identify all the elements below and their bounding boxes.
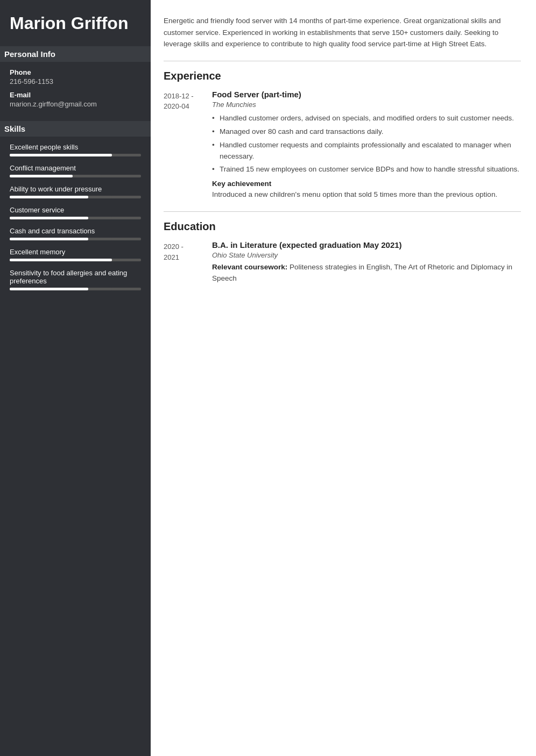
- skill-name: Excellent memory: [10, 248, 141, 256]
- education-divider: [164, 211, 521, 212]
- personal-info-section: Personal Info Phone 216-596-1153 E-mail …: [10, 46, 141, 108]
- skill-bar-accent: [88, 196, 112, 198]
- skill-name: Cash and card transactions: [10, 227, 141, 235]
- candidate-name: Marion Griffon: [10, 13, 141, 33]
- edu-institution: Ohio State University: [212, 251, 521, 259]
- skill-bar-accent: [88, 288, 112, 290]
- skill-name: Customer service: [10, 206, 141, 214]
- skills-header: Skills: [0, 121, 151, 137]
- skill-bar-bg: [10, 238, 141, 240]
- bullet-item: Trained 15 new employees on customer ser…: [212, 164, 521, 175]
- skill-bar-bg: [10, 196, 141, 198]
- entry-title: Food Server (part-time): [212, 90, 521, 99]
- skill-name: Ability to work under pressure: [10, 185, 141, 193]
- education-header: Education: [164, 220, 521, 233]
- summary-text: Energetic and friendly food server with …: [164, 15, 521, 50]
- entry-dates: 2018-12 - 2020-04: [164, 90, 212, 201]
- skill-name: Conflict management: [10, 164, 141, 172]
- edu-body: B.A. in Literature (expected graduation …: [212, 240, 521, 284]
- bullet-item: Managed over 80 cash and card transactio…: [212, 126, 521, 138]
- skill-item: Excellent people skills: [10, 143, 141, 156]
- bullet-item: Handled customer orders, advised on spec…: [212, 113, 521, 124]
- skill-item: Sensitivity to food allergies and eating…: [10, 269, 141, 290]
- education-entry: 2020 - 2021B.A. in Literature (expected …: [164, 240, 521, 284]
- skill-bar-fill: [10, 175, 73, 177]
- skill-bar-accent: [88, 217, 112, 219]
- skill-bar-fill: [10, 154, 112, 156]
- skill-item: Ability to work under pressure: [10, 185, 141, 198]
- skill-bar-bg: [10, 217, 141, 219]
- edu-coursework: Relevant coursework: Politeness strategi…: [212, 262, 521, 284]
- name-block: Marion Griffon: [10, 13, 141, 33]
- email-value: marion.z.girffon@gmail.com: [10, 100, 141, 108]
- skill-bar-fill: [10, 217, 88, 219]
- entry-bullets: Handled customer orders, advised on spec…: [212, 113, 521, 176]
- skill-bar-fill: [10, 288, 88, 290]
- edu-title: B.A. in Literature (expected graduation …: [212, 240, 521, 249]
- key-achievement-label: Key achievement: [212, 180, 521, 188]
- experience-entry: 2018-12 - 2020-04Food Server (part-time)…: [164, 90, 521, 201]
- skill-bar-bg: [10, 154, 141, 156]
- entry-body: Food Server (part-time)The MunchiesHandl…: [212, 90, 521, 201]
- skill-bar-fill: [10, 238, 88, 240]
- personal-info-header: Personal Info: [0, 46, 151, 62]
- skill-bar-fill: [10, 259, 112, 261]
- skill-item: Cash and card transactions: [10, 227, 141, 240]
- edu-dates: 2020 - 2021: [164, 240, 212, 284]
- skill-item: Conflict management: [10, 164, 141, 177]
- skill-bar-bg: [10, 259, 141, 261]
- skill-bar-fill: [10, 196, 88, 198]
- experience-divider: [164, 61, 521, 61]
- skills-section: Skills Excellent people skillsConflict m…: [10, 121, 141, 290]
- phone-value: 216-596-1153: [10, 77, 141, 85]
- email-label: E-mail: [10, 91, 141, 99]
- phone-label: Phone: [10, 68, 141, 76]
- bullet-item: Handled customer requests and complaints…: [212, 140, 521, 162]
- skill-bar-accent: [73, 175, 102, 177]
- skill-item: Excellent memory: [10, 248, 141, 261]
- experience-header: Experience: [164, 70, 521, 82]
- skill-bar-bg: [10, 175, 141, 177]
- key-achievement-text: Introduced a new children's menu option …: [212, 189, 521, 201]
- main-content: Energetic and friendly food server with …: [151, 0, 536, 756]
- skill-bar-accent: [88, 238, 112, 240]
- skill-name: Excellent people skills: [10, 143, 141, 151]
- skill-bar-bg: [10, 288, 141, 290]
- sidebar: Marion Griffon Personal Info Phone 216-5…: [0, 0, 151, 756]
- entry-company: The Munchies: [212, 101, 521, 109]
- skill-item: Customer service: [10, 206, 141, 219]
- skill-name: Sensitivity to food allergies and eating…: [10, 269, 141, 285]
